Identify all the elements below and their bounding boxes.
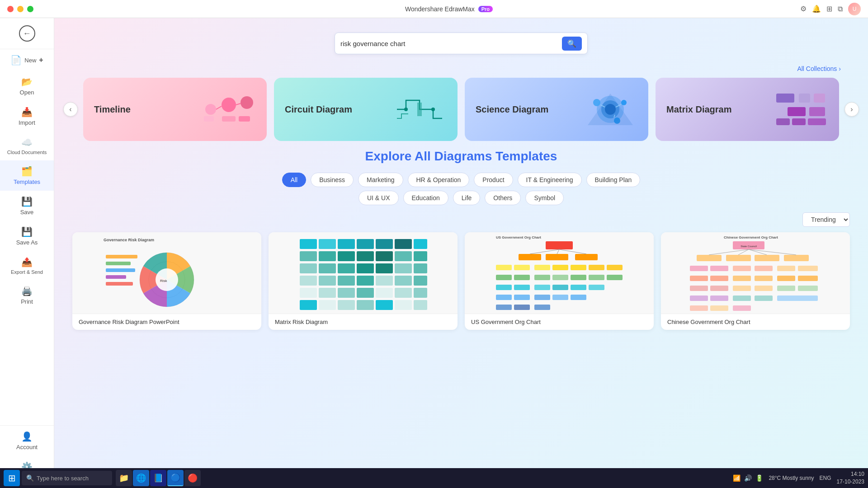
filter-building[interactable]: Building Plan xyxy=(586,173,641,187)
taskbar-app-word[interactable]: 📘 xyxy=(150,470,166,486)
svg-rect-144 xyxy=(777,286,795,291)
all-collections-link[interactable]: All Collections › xyxy=(54,63,868,74)
carousel-prev-button[interactable]: ‹ xyxy=(63,102,78,117)
sidebar-item-save[interactable]: 💾 Save xyxy=(0,191,54,221)
svg-rect-47 xyxy=(319,251,336,261)
templates-icon: 🗂️ xyxy=(21,166,33,177)
minimize-btn[interactable] xyxy=(17,6,24,12)
export-icon: 📤 xyxy=(21,257,33,267)
svg-rect-72 xyxy=(395,288,412,298)
filter-product[interactable]: Product xyxy=(474,173,513,187)
filter-ui[interactable]: UI & UX xyxy=(359,191,399,205)
svg-rect-153 xyxy=(733,305,751,311)
sidebar-item-print[interactable]: 🖨️ Print xyxy=(0,280,54,310)
svg-rect-91 xyxy=(534,265,550,270)
svg-rect-150 xyxy=(777,296,818,301)
titlebar: Wondershare EdrawMax Pro ⚙ 🔔 ⊞ ⧉ U xyxy=(0,0,868,18)
close-btn[interactable] xyxy=(7,6,14,12)
filter-all[interactable]: All xyxy=(282,173,307,187)
svg-rect-69 xyxy=(338,288,355,298)
svg-rect-109 xyxy=(496,295,512,300)
svg-rect-55 xyxy=(338,263,355,273)
taskbar-search-box[interactable]: 🔍 Type here to search xyxy=(22,471,112,485)
app-name: Wondershare EdrawMax xyxy=(405,5,475,13)
svg-line-3 xyxy=(216,106,222,109)
layers-icon[interactable]: ⧉ xyxy=(838,5,843,13)
svg-rect-42 xyxy=(357,239,374,249)
sidebar-item-account[interactable]: 👤 Account xyxy=(0,426,54,456)
svg-rect-123 xyxy=(784,255,809,261)
sidebar-item-saveas[interactable]: 💾 Save As xyxy=(0,221,54,251)
svg-rect-7 xyxy=(239,116,250,122)
maximize-btn[interactable] xyxy=(27,6,33,12)
svg-line-124 xyxy=(709,249,749,255)
sidebar-item-cloud[interactable]: ☁️ Cloud Documents xyxy=(0,131,54,160)
carousel-card-science[interactable]: Science Diagram xyxy=(465,78,648,141)
filter-it[interactable]: IT & Engineering xyxy=(518,173,582,187)
filter-symbol[interactable]: Symbol xyxy=(525,191,564,205)
carousel-label-circuit: Circuit Diagram xyxy=(285,104,352,115)
taskbar-app-chrome[interactable]: 🔴 xyxy=(184,470,201,486)
back-circle-icon[interactable]: ← xyxy=(19,25,35,42)
carousel-card-timeline[interactable]: Timeline xyxy=(83,78,267,141)
carousel-card-circuit[interactable]: Circuit Diagram xyxy=(274,78,458,141)
svg-rect-100 xyxy=(571,275,586,280)
explore-title-part2: All Diagrams Templates xyxy=(415,149,557,163)
filter-business[interactable]: Business xyxy=(311,173,354,187)
trending-dropdown[interactable]: Trending Newest Popular xyxy=(802,212,850,227)
template-card-matrix[interactable]: Matrix Risk Diagram xyxy=(269,232,458,330)
sidebar-label-open: Open xyxy=(20,89,34,96)
svg-rect-70 xyxy=(357,288,374,298)
taskbar-app-edge[interactable]: 🌐 xyxy=(133,470,149,486)
taskbar-volume-icon: 🔊 xyxy=(744,474,752,482)
svg-rect-64 xyxy=(376,276,393,286)
taskbar-app-edraw[interactable]: 🔵 xyxy=(167,470,184,486)
sidebar-item-templates[interactable]: 🗂️ Templates xyxy=(0,160,54,191)
sidebar-item-new[interactable]: 📄 New + xyxy=(0,49,54,71)
search-input[interactable] xyxy=(340,40,562,47)
matrix-svg xyxy=(269,232,458,314)
start-button[interactable]: ⊞ xyxy=(4,470,20,486)
svg-rect-80 xyxy=(414,300,427,310)
filter-marketing[interactable]: Marketing xyxy=(358,173,403,187)
taskbar-search-icon: 🔍 xyxy=(26,474,34,482)
svg-rect-107 xyxy=(571,285,586,290)
bell-icon[interactable]: 🔔 xyxy=(812,5,821,13)
taskbar-app-file-explorer[interactable]: 📁 xyxy=(116,470,132,486)
carousel-card-matrix[interactable]: Matrix Diagram xyxy=(656,78,839,141)
sidebar-item-import[interactable]: 📥 Import xyxy=(0,101,54,131)
china-gov-svg: Chinese Government Org Chart State Counc… xyxy=(661,232,850,314)
back-button[interactable]: ← xyxy=(0,18,54,49)
carousel-next-button[interactable]: › xyxy=(844,102,859,117)
svg-point-0 xyxy=(205,104,216,115)
sidebar-item-export[interactable]: 📤 Export & Send xyxy=(0,251,54,280)
search-button[interactable]: 🔍 xyxy=(562,37,582,51)
svg-rect-60 xyxy=(300,276,317,286)
template-thumb-china-gov: Chinese Government Org Chart State Counc… xyxy=(661,232,850,314)
svg-rect-56 xyxy=(357,263,374,273)
avatar[interactable]: U xyxy=(848,3,861,15)
svg-rect-139 xyxy=(798,276,818,281)
filter-hr[interactable]: HR & Operation xyxy=(408,173,470,187)
filter-life[interactable]: Life xyxy=(453,191,481,205)
svg-point-14 xyxy=(605,104,616,115)
template-card-governance-risk[interactable]: Governance Risk Diagram Risk xyxy=(72,232,261,330)
sidebar-item-open[interactable]: 📂 Open xyxy=(0,71,54,101)
svg-rect-111 xyxy=(534,295,550,300)
settings-icon[interactable]: ⚙ xyxy=(800,5,807,13)
filter-others[interactable]: Others xyxy=(485,191,521,205)
pro-badge: Pro xyxy=(478,6,493,12)
svg-rect-45 xyxy=(414,239,427,249)
svg-rect-66 xyxy=(414,276,427,286)
grid-icon[interactable]: ⊞ xyxy=(826,5,832,13)
svg-rect-53 xyxy=(300,263,317,273)
sidebar-label-import: Import xyxy=(19,119,35,126)
template-card-china-gov[interactable]: Chinese Government Org Chart State Counc… xyxy=(661,232,850,330)
template-card-us-gov[interactable]: US Government Org Chart xyxy=(465,232,654,330)
svg-rect-98 xyxy=(534,275,550,280)
window-controls[interactable] xyxy=(7,6,33,12)
svg-line-86 xyxy=(530,249,559,254)
svg-point-1 xyxy=(222,98,236,112)
filter-education[interactable]: Education xyxy=(403,191,448,205)
svg-rect-41 xyxy=(338,239,355,249)
